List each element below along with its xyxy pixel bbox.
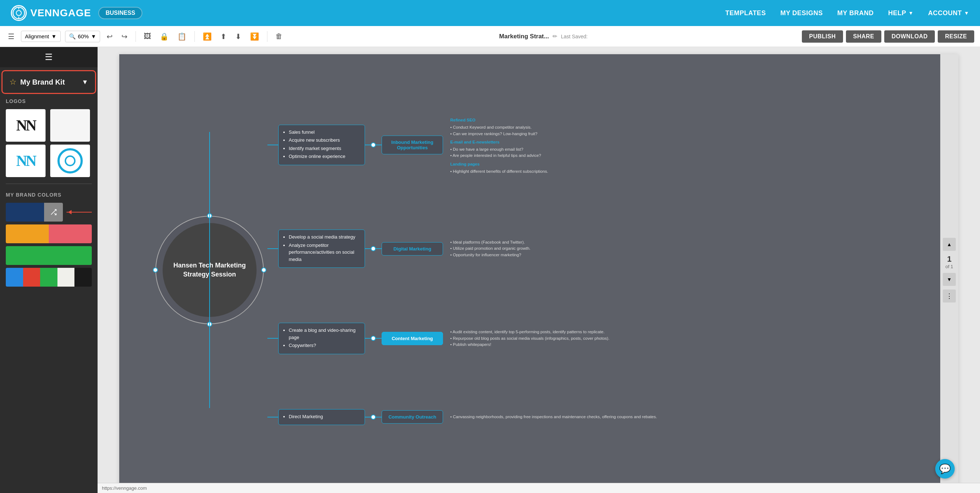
row2-bullet-1: • Ideal platforms (Facebook and Twitter)…	[450, 239, 931, 245]
brand-colors-label: MY BRAND COLORS	[0, 188, 97, 200]
row4-bullet-1: • Canvassing neighborhoods, providing fr…	[450, 414, 931, 420]
move-top-btn[interactable]: ⏫	[200, 31, 214, 42]
color-swatch-black[interactable]	[75, 268, 92, 286]
sidebar-hamburger-icon[interactable]: ☰	[45, 52, 53, 62]
status-bar: https://venngage.com	[97, 483, 980, 493]
app-name: VENNGAGE	[30, 7, 91, 19]
color-swatch-white[interactable]	[57, 268, 75, 286]
mid-connector-3a	[365, 338, 371, 339]
row3-left-box[interactable]: Create a blog and video-sharing page Cop…	[278, 323, 365, 354]
mid-connector-2a	[365, 248, 371, 249]
brand-kit-selector[interactable]: ☆ My Brand Kit ▼	[3, 72, 94, 92]
logo-circle-blue	[57, 148, 83, 173]
toolbar-divider-3	[267, 31, 267, 42]
row1-heading-3: Landing pages	[450, 161, 931, 167]
logo-thumb-circle[interactable]	[50, 145, 90, 177]
redo-btn[interactable]: ↪	[119, 31, 130, 42]
help-dropdown-arrow: ▼	[908, 10, 913, 16]
nav-my-designs[interactable]: MY DESIGNS	[780, 10, 823, 17]
connector-dot-left	[153, 267, 158, 272]
vertical-connector-line	[209, 132, 210, 408]
h-connector-3	[267, 338, 278, 339]
color-swatch-blue[interactable]	[6, 268, 23, 286]
chat-icon: 💬	[939, 463, 951, 475]
row4-left-box[interactable]: Direct Marketing	[278, 409, 365, 425]
doc-title-edit-btn[interactable]: ✏	[552, 33, 557, 40]
row1-bullet-1: • Conduct Keyword and competitor analysi…	[450, 124, 931, 130]
color-swatch-pink[interactable]	[49, 224, 92, 243]
copy-btn[interactable]: 📋	[175, 31, 189, 42]
top-navigation: VENNGAGE BUSINESS TEMPLATES MY DESIGNS M…	[0, 0, 980, 26]
business-badge: BUSINESS	[98, 7, 142, 19]
move-down-btn[interactable]: ⬇	[233, 31, 243, 42]
row1-left-box[interactable]: Sales funnel Acquire new subscribers Ide…	[278, 125, 365, 165]
hamburger-toolbar-btn[interactable]: ☰	[6, 31, 17, 42]
nav-my-brand[interactable]: MY BRAND	[837, 10, 874, 17]
image-btn[interactable]: 🖼	[142, 31, 153, 42]
svg-point-1	[16, 11, 21, 16]
row1-bullet-4: • Are people interested in helpful tips …	[450, 153, 931, 159]
resize-btn[interactable]: RESIZE	[938, 30, 974, 43]
move-bottom-btn[interactable]: ⏬	[248, 31, 261, 42]
brand-kit-chevron-icon: ▼	[82, 78, 88, 86]
undo-btn[interactable]: ↩	[105, 31, 115, 42]
row2-right-box[interactable]: Digital Marketing	[382, 242, 443, 256]
nav-right: TEMPLATES MY DESIGNS MY BRAND HELP ▼ ACC…	[725, 10, 969, 17]
search-icon: 🔍	[69, 33, 76, 40]
alignment-select[interactable]: Alignment ▼	[21, 31, 61, 42]
toolbar-action-btns: PUBLISH SHARE DOWNLOAD RESIZE	[802, 30, 974, 43]
color-row-1	[6, 203, 63, 221]
logo-thumb-nn-black[interactable]: NN	[6, 109, 46, 142]
nav-account[interactable]: ACCOUNT ▼	[928, 10, 969, 17]
logos-section-label: LOGOS	[0, 94, 97, 106]
row2-item-1: Develop a social media strategy	[289, 234, 360, 241]
lock-btn[interactable]: 🔒	[158, 31, 171, 42]
doc-title: Marketing Strat...	[499, 33, 549, 40]
move-up-btn[interactable]: ⬆	[218, 31, 229, 42]
share-btn[interactable]: SHARE	[846, 30, 882, 43]
row1-right-box[interactable]: Inbound Marketing Opportunities	[382, 135, 443, 154]
color-swatch-green[interactable]	[6, 246, 92, 265]
row3-bullet-3: • Publish whitepapers!	[450, 342, 931, 348]
red-arrow-line	[67, 212, 92, 213]
nav-templates[interactable]: TEMPLATES	[725, 10, 766, 17]
chat-bubble[interactable]: 💬	[935, 459, 955, 479]
h-connector-2	[267, 248, 278, 249]
toolbar-divider-2	[194, 31, 195, 42]
logo-area[interactable]: VENNGAGE	[11, 5, 91, 21]
page-down-btn[interactable]: ▼	[943, 273, 956, 286]
mid-connector-1b	[376, 145, 382, 145]
mid-connector-4b	[376, 417, 382, 417]
mid-dot-2	[371, 246, 376, 251]
row3-bullet-1: • Audit existing content, identify top 5…	[450, 329, 931, 335]
color-swatch-green2[interactable]	[40, 268, 57, 286]
publish-btn[interactable]: PUBLISH	[802, 30, 843, 43]
color-swatch-orange[interactable]	[6, 224, 49, 243]
color-shuffle-btn[interactable]	[44, 203, 63, 221]
color-swatch-dark-blue[interactable]	[6, 203, 44, 221]
status-url: https://venngage.com	[102, 485, 147, 491]
last-saved-label: Last Saved:	[561, 33, 587, 40]
download-btn[interactable]: DOWNLOAD	[884, 30, 935, 43]
logo-thumb-blank[interactable]	[50, 109, 90, 142]
row2-left-box[interactable]: Develop a social media strategy Analyze …	[278, 229, 365, 268]
page-options-btn[interactable]: ⋮	[943, 289, 956, 302]
canvas-area: Hansen Tech Marketing Strategy Session S…	[97, 47, 980, 493]
diagram-rows: Sales funnel Acquire new subscribers Ide…	[267, 54, 939, 486]
mid-connector-3b	[376, 338, 382, 339]
logo-thumb-nn-blue[interactable]: NN	[6, 145, 46, 177]
row4-right-box[interactable]: Community Outreach	[382, 410, 443, 424]
mid-connector-4a	[365, 417, 371, 417]
canvas-content: Hansen Tech Marketing Strategy Session S…	[119, 54, 958, 486]
nav-help[interactable]: HELP ▼	[888, 10, 913, 17]
delete-btn[interactable]: 🗑	[273, 31, 285, 42]
zoom-select[interactable]: 🔍 60% ▼	[65, 31, 100, 42]
brand-kit-label: My Brand Kit	[20, 78, 78, 86]
color-arrow-indicator	[67, 212, 92, 213]
toolbar: ☰ Alignment ▼ 🔍 60% ▼ ↩ ↪ 🖼 🔒 📋 ⏫ ⬆ ⬇ ⏬ …	[0, 26, 980, 47]
color-swatch-red[interactable]	[23, 268, 40, 286]
page-up-btn[interactable]: ▲	[943, 238, 956, 251]
logos-grid: NN NN	[0, 106, 97, 180]
row3-right-box[interactable]: Content Marketing	[382, 332, 443, 345]
color-row-4	[6, 268, 92, 286]
